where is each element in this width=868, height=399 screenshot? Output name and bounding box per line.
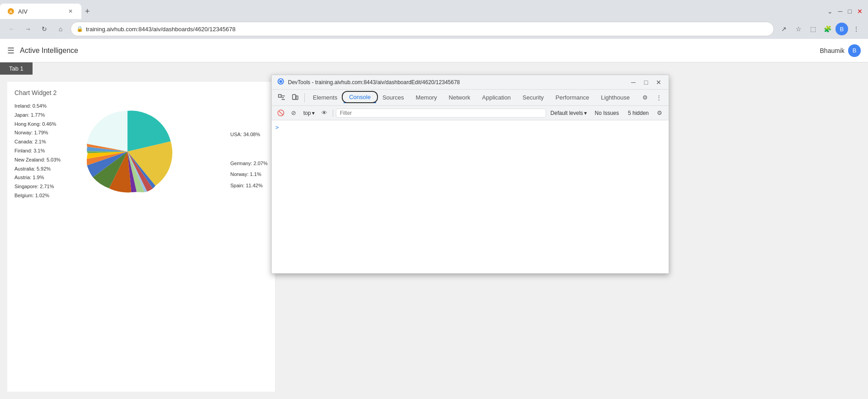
console-filter-input[interactable]	[336, 109, 546, 118]
tab-elements[interactable]: Elements	[307, 92, 343, 103]
bookmark-button[interactable]: ☆	[792, 23, 805, 35]
devtools-console-body: >	[272, 120, 669, 273]
app-title: Active Intelligence	[20, 47, 78, 55]
tab-memory[interactable]: Memory	[410, 92, 443, 103]
console-block-button[interactable]: ⊘	[288, 108, 299, 119]
app-tabs: Tab 1	[0, 62, 868, 75]
new-tab-button[interactable]: +	[81, 5, 94, 18]
address-bar: ← → ↻ ⌂ 🔒 training.aivhub.com:8443/aiv/d…	[0, 19, 868, 39]
url-text: training.aivhub.com:8443/aiv/dashboards/…	[86, 26, 768, 33]
profile-button[interactable]: B	[835, 23, 848, 35]
svg-rect-7	[296, 96, 298, 100]
menu-button[interactable]: ⋮	[850, 23, 863, 35]
tab-security[interactable]: Security	[517, 92, 549, 103]
pie-chart-svg	[82, 106, 173, 197]
tab-application[interactable]: Application	[476, 92, 516, 103]
label-finland: Finland: 3.1%	[14, 147, 61, 156]
toolbar-separator	[333, 109, 333, 117]
label-singapore: Singapore: 2.71%	[14, 182, 61, 191]
maximize-button[interactable]: □	[846, 6, 854, 17]
svg-point-4	[280, 79, 282, 80]
app-header: ☰ Active Intelligence Bhaumik B	[0, 39, 868, 62]
url-bar[interactable]: 🔒 training.aivhub.com:8443/aiv/dashboard…	[71, 22, 774, 36]
user-info: Bhaumik B	[820, 44, 861, 57]
no-issues-label: No Issues	[591, 109, 623, 117]
home-button[interactable]: ⌂	[54, 23, 67, 35]
label-canada: Canada: 2.1%	[14, 138, 61, 147]
label-spain: Spain: 11.42%	[230, 180, 268, 191]
svg-point-8	[294, 99, 295, 100]
hidden-count[interactable]: 5 hidden	[624, 109, 652, 117]
tab-console[interactable]: Console	[344, 92, 376, 103]
console-clear-button[interactable]: 🚫	[275, 108, 286, 119]
app-tab-1[interactable]: Tab 1	[0, 62, 33, 75]
tab-search-button[interactable]: ⌄	[826, 6, 835, 17]
extensions-button[interactable]: 🧩	[821, 23, 834, 35]
svg-rect-5	[278, 95, 281, 97]
devtools-favicon	[277, 78, 284, 87]
hamburger-menu-icon[interactable]: ☰	[7, 46, 14, 56]
minimize-button[interactable]: ─	[836, 6, 844, 17]
label-belgium: Belgium: 1.02%	[14, 191, 61, 200]
devtools-toolbar: 🚫 ⊘ top ▾ 👁 Default levels ▾ No Issues 5…	[272, 106, 669, 120]
label-germany: Germany: 2.07%	[230, 158, 268, 169]
secure-icon: 🔒	[76, 26, 83, 32]
app-content: ☰ Active Intelligence Bhaumik B Tab 1 Ch…	[0, 39, 868, 399]
tab-favicon: A	[7, 8, 14, 15]
devtools-maximize-button[interactable]: □	[642, 78, 651, 87]
context-selector[interactable]: top ▾	[301, 109, 317, 117]
label-norway-bottom: Norway: 1.1%	[230, 169, 268, 180]
default-levels-selector[interactable]: Default levels ▾	[548, 109, 590, 117]
label-newzealand: New Zealand: 5.03%	[14, 156, 61, 165]
devtools-more-button[interactable]: ⋮	[652, 91, 665, 104]
console-caret: >	[275, 124, 279, 131]
main-content: Chart Widget 2	[0, 75, 868, 399]
label-japan: Japan: 1.77%	[14, 111, 61, 120]
label-australia: Australia: 5.92%	[14, 165, 61, 174]
app-logo: Active Intelligence	[20, 47, 78, 55]
tab-lighthouse[interactable]: Lighthouse	[595, 92, 635, 103]
devtools-settings-button[interactable]: ⚙	[639, 91, 651, 104]
devtools-inspect-icon[interactable]	[275, 91, 288, 104]
label-ireland: Ireland: 0.54%	[14, 102, 61, 111]
chart-widget-title: Chart Widget 2	[14, 89, 268, 96]
label-norway-top: Norway: 1.79%	[14, 128, 61, 138]
devtools-device-icon[interactable]	[289, 91, 302, 104]
context-dropdown-icon: ▾	[312, 110, 315, 116]
tab-network[interactable]: Network	[443, 92, 476, 103]
console-input-prompt[interactable]: >	[275, 122, 665, 133]
chart-widget: Chart Widget 2	[7, 82, 275, 392]
console-gear-button[interactable]: ⚙	[654, 108, 665, 119]
tab-bar: A AIV ✕ + ⌄ ─ □ ✕	[0, 0, 868, 19]
close-button[interactable]: ✕	[855, 6, 864, 17]
screenshot-button[interactable]: ⬚	[807, 23, 819, 35]
browser-tab-aiv[interactable]: A AIV ✕	[0, 4, 81, 19]
tab-performance[interactable]: Performance	[550, 92, 594, 103]
browser-chrome: A AIV ✕ + ⌄ ─ □ ✕ ← → ↻ ⌂ 🔒 training.aiv…	[0, 0, 868, 39]
devtools-panel: DevTools - training.aivhub.com:8443/aiv/…	[271, 75, 669, 274]
console-eye-button[interactable]: 👁	[319, 108, 330, 119]
back-button[interactable]: ←	[5, 23, 18, 35]
avatar: B	[848, 44, 861, 57]
share-button[interactable]: ↗	[778, 23, 790, 35]
default-levels-label: Default levels	[551, 110, 583, 116]
browser-actions: ↗ ☆ ⬚ 🧩 B ⋮	[778, 23, 863, 35]
devtools-title: DevTools - training.aivhub.com:8443/aiv/…	[288, 79, 625, 86]
context-label: top	[303, 110, 311, 116]
pie-labels-right: USA: 34.08% Germany: 2.07% Norway: 1.1% …	[230, 111, 268, 191]
devtools-close-button[interactable]: ✕	[654, 78, 663, 87]
default-levels-icon: ▾	[584, 110, 587, 116]
devtools-tab-separator	[304, 93, 305, 102]
forward-button[interactable]: →	[22, 23, 34, 35]
username-label: Bhaumik	[820, 47, 844, 54]
label-usa: USA: 34.08%	[230, 129, 268, 140]
devtools-titlebar: DevTools - training.aivhub.com:8443/aiv/…	[272, 75, 669, 90]
label-austria: Austria: 1.9%	[14, 173, 61, 182]
reload-button[interactable]: ↻	[38, 23, 51, 35]
devtools-window-buttons: ─ □ ✕	[629, 78, 663, 87]
devtools-minimize-button[interactable]: ─	[629, 78, 638, 87]
tab-sources[interactable]: Sources	[377, 92, 410, 103]
devtools-tabs: Elements Console Sources Memory Network …	[272, 90, 669, 106]
tab-close-button[interactable]: ✕	[67, 8, 74, 15]
chart-area: Ireland: 0.54% Japan: 1.77% Hong Kong: 0…	[14, 102, 268, 210]
